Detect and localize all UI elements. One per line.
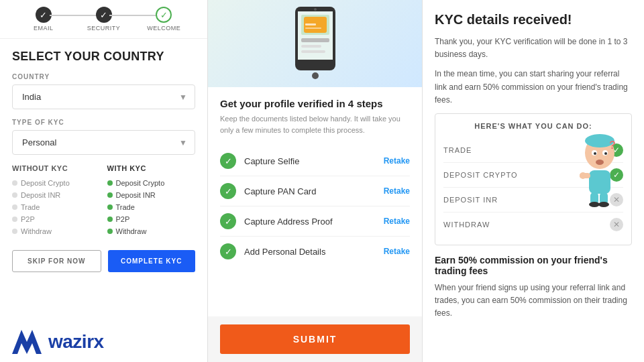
without-kyc-item-3: Trade [12,203,101,211]
svg-point-26 [598,202,609,207]
without-kyc-item-2: Deposit INR [12,191,101,199]
with-dot-3 [107,204,113,210]
without-kyc-item-4: P2P [12,215,101,223]
with-dot-5 [107,229,113,234]
svg-marker-0 [12,330,42,354]
step-security-label: Security [87,25,121,32]
verify-section: Get your profile verified in 4 steps Kee… [208,87,422,316]
step-name-4: Add Personal Details [244,247,384,257]
svg-rect-10 [305,23,316,25]
retake-button-1[interactable]: Retake [384,156,410,166]
phone-illustration-icon [285,3,345,84]
retake-button-4[interactable]: Retake [384,247,410,256]
wazirx-logo: wazirx [0,322,207,362]
step-name-1: Capture Selfie [244,156,384,166]
svg-rect-6 [301,50,325,53]
without-kyc-item-5: Withdraw [12,227,101,235]
step-security: ✓ Security [74,7,134,32]
with-dot-1 [107,180,113,186]
cartoon-character: ? [574,134,625,208]
svg-point-25 [589,202,600,207]
with-kyc-item-3: Trade [107,203,196,211]
svg-point-19 [596,160,604,165]
cartoon-svg: ? [574,134,625,208]
with-kyc-item-4: P2P [107,215,196,223]
action-buttons: SKIP FOR NOW COMPLETE KYC [12,250,195,272]
without-dot-1 [12,180,17,186]
without-dot-4 [12,217,17,222]
without-kyc-header: WITHOUT KYC [12,164,101,172]
step-security-circle: ✓ [96,7,112,23]
svg-text:?: ? [609,139,616,151]
without-kyc-item-1: Deposit Crypto [12,179,101,187]
with-kyc-col: WITH KYC Deposit Crypto Deposit INR Trad… [107,164,196,239]
retake-button-3[interactable]: Retake [384,217,410,226]
withdraw-x-icon: ✕ [610,218,623,231]
submit-button[interactable]: SUBMIT [220,324,410,354]
without-dot-2 [12,192,17,198]
without-kyc-col: WITHOUT KYC Deposit Crypto Deposit INR T… [12,164,101,239]
country-label: COUNTRY [12,73,195,80]
svg-point-16 [594,152,596,155]
without-dot-3 [12,204,17,210]
svg-point-7 [312,72,319,79]
svg-rect-4 [301,38,329,42]
kyc-step-4: ✓ Add Personal Details Retake [220,237,410,266]
kyc-step-3: ✓ Capture Address Proof Retake [220,206,410,237]
step-name-3: Capture Address Proof [244,217,384,227]
verify-title: Get your profile verified in 4 steps [220,98,410,109]
with-kyc-item-5: Withdraw [107,227,196,235]
step-welcome-label: Welcome [147,25,180,32]
step-email: ✓ Email [13,7,74,32]
middle-panel: Get your profile verified in 4 steps Kee… [208,0,423,362]
wazirx-brand-name: wazirx [48,331,104,353]
skip-button[interactable]: SKIP FOR NOW [12,250,101,272]
check-icon-1: ✓ [220,153,236,169]
kyc-type-label: TYPE OF KYC [12,119,195,126]
svg-rect-11 [305,27,321,29]
action-name-withdraw: WITHDRAW [443,221,610,229]
kyc-desc-1: Thank you, your KYC verification will be… [435,36,632,61]
with-dot-4 [107,217,113,222]
verify-subtitle: Keep the documents listed below handy. I… [220,113,410,135]
retake-button-2[interactable]: Retake [384,186,410,196]
action-row-withdraw: WITHDRAW ✕ [443,213,623,237]
country-select[interactable]: India USA UK [12,84,195,109]
page-title: SELECT YOUR COUNTRY [12,50,195,64]
earn-title: Earn 50% commission on your friend's tra… [435,255,632,276]
svg-point-8 [314,8,317,11]
with-kyc-item-2: Deposit INR [107,191,196,199]
progress-bar: ✓ Email ✓ Security ✓ Welcome [0,0,207,39]
step-name-2: Capture PAN Card [244,186,384,196]
kyc-step-2: ✓ Capture PAN Card Retake [220,176,410,206]
with-kyc-header: WITH KYC [107,164,196,172]
svg-rect-5 [301,45,321,48]
kyc-type-select[interactable]: Personal Business [12,130,195,155]
kyc-step-1: ✓ Capture Selfie Retake [220,146,410,176]
left-content: SELECT YOUR COUNTRY COUNTRY India USA UK… [0,39,207,322]
step-welcome-circle: ✓ [156,7,172,23]
step-welcome: ✓ Welcome [133,7,194,32]
without-dot-5 [12,229,17,234]
kyc-comparison-table: WITHOUT KYC Deposit Crypto Deposit INR T… [12,164,195,239]
kyc-type-select-wrapper[interactable]: Personal Business ▼ [12,130,195,155]
complete-kyc-button[interactable]: COMPLETE KYC [108,250,196,272]
wazirx-logo-icon [12,330,42,354]
check-icon-2: ✓ [220,183,236,199]
right-panel: KYC details received! Thank you, your KY… [423,0,644,362]
check-icon-3: ✓ [220,213,236,229]
left-panel: ✓ Email ✓ Security ✓ Welcome SELECT YOUR… [0,0,208,362]
phone-illustration-area [208,0,422,87]
earn-desc: When your friend signs up using your ref… [435,282,632,320]
kyc-desc-2: In the mean time, you can start sharing … [435,68,632,107]
svg-point-17 [604,152,607,155]
check-icon-4: ✓ [220,243,236,259]
svg-rect-20 [589,170,610,194]
step-email-circle: ✓ [36,7,52,23]
kyc-received-title: KYC details received! [435,12,632,27]
step-email-label: Email [34,25,54,32]
what-you-can-title: HERE'S WHAT YOU CAN DO: [443,122,623,130]
submit-area: SUBMIT [208,316,422,362]
country-select-wrapper[interactable]: India USA UK ▼ [12,84,195,109]
with-kyc-item-1: Deposit Crypto [107,179,196,187]
